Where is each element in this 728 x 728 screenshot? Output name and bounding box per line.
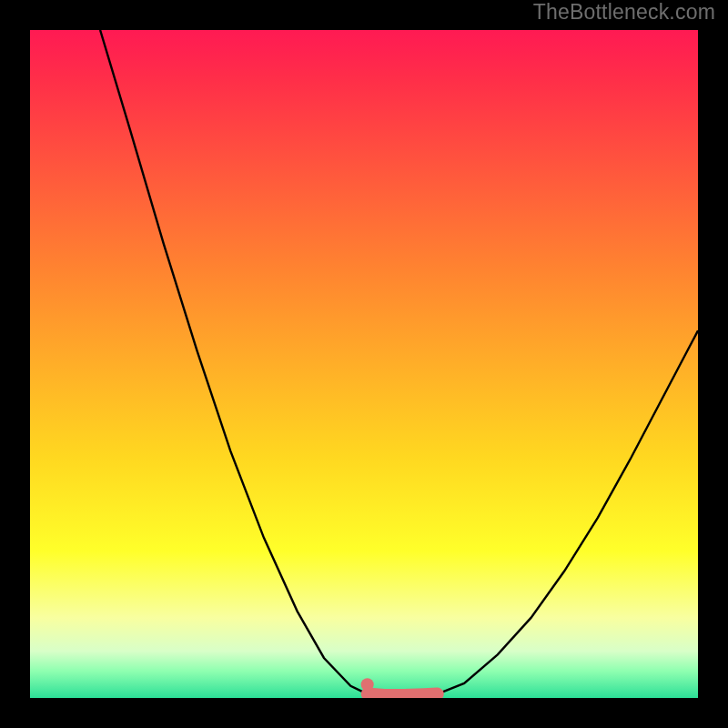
watermark-text: TheBottleneck.com	[533, 0, 715, 25]
chart-svg	[30, 30, 698, 698]
floor-segment	[368, 694, 438, 695]
chart-stage: TheBottleneck.com	[0, 0, 728, 728]
right-curve	[438, 330, 698, 693]
left-curve	[100, 30, 368, 694]
plot-area	[30, 30, 698, 698]
left-dot	[361, 678, 374, 691]
